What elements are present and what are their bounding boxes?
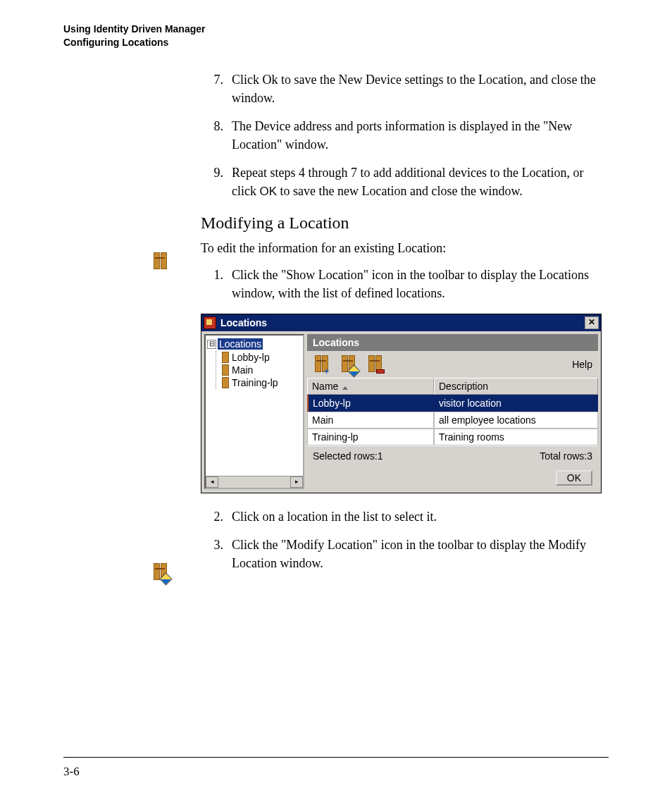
cell-desc: visitor location: [434, 395, 598, 412]
step-text: Click on a location in the list to selec…: [232, 507, 609, 526]
locations-window: Locations ✕ ⊟ Locations Lobby-lp Main Tr…: [201, 314, 602, 493]
section-intro: To edit the information for an existing …: [201, 241, 609, 256]
footer-rule: [63, 757, 609, 758]
step-number: 2.: [201, 507, 232, 526]
status-bar: Selected rows:1 Total rows:3: [307, 445, 598, 466]
col-description[interactable]: Description: [434, 378, 598, 395]
step-7: 7. Click Ok to save the New Device setti…: [201, 70, 609, 107]
step-3: 3. Click the "Modify Location" icon in t…: [201, 536, 609, 572]
add-location-icon[interactable]: +: [313, 355, 330, 374]
running-header: Using Identity Driven Manager Configurin…: [63, 23, 609, 49]
tree-root-label[interactable]: Locations: [218, 338, 263, 350]
step-text: Click Ok to save the New Device settings…: [232, 70, 609, 107]
tree-scrollbar[interactable]: ◂ ▸: [206, 476, 303, 488]
tree-item-label: Lobby-lp: [232, 352, 270, 363]
step-2: 2. Click on a location in the list to se…: [201, 507, 609, 526]
window-icon: [204, 316, 216, 329]
cell-name: Main: [307, 412, 434, 429]
cell-desc: all employee locations: [434, 412, 598, 429]
tree-item[interactable]: Lobby-lp: [222, 351, 301, 364]
step-text: Click the "Modify Location" icon in the …: [232, 536, 609, 572]
location-icon: [222, 377, 229, 388]
tree-root[interactable]: ⊟ Locations: [207, 338, 301, 350]
show-location-icon: [151, 252, 168, 271]
step-text: Click the "Show Location" icon in the to…: [232, 266, 609, 302]
cell-desc: Training rooms: [434, 429, 598, 445]
step-number: 1.: [201, 266, 232, 302]
titlebar[interactable]: Locations ✕: [201, 314, 601, 331]
scroll-right-icon[interactable]: ▸: [290, 476, 303, 488]
window-title: Locations: [220, 317, 585, 328]
step-text-ok: OK: [259, 185, 277, 198]
close-button[interactable]: ✕: [585, 316, 599, 329]
cell-name: Training-lp: [307, 429, 434, 445]
running-header-l2: Configuring Locations: [63, 36, 609, 49]
table-row[interactable]: Training-lp Training rooms: [307, 429, 598, 445]
step-number: 7.: [201, 70, 232, 107]
delete-location-icon[interactable]: [366, 355, 383, 374]
running-header-l1: Using Identity Driven Manager: [63, 23, 609, 36]
col-name[interactable]: Name: [307, 378, 434, 395]
tree-item[interactable]: Training-lp: [222, 376, 301, 389]
page-number: 3-6: [63, 765, 80, 779]
locations-table: Name Description Lobby-lp visitor locati…: [307, 378, 598, 445]
cell-name: Lobby-lp: [307, 395, 434, 412]
step-number: 8.: [201, 117, 232, 154]
section-heading: Modifying a Location: [201, 214, 609, 233]
table-row[interactable]: Main all employee locations: [307, 412, 598, 429]
step-1: 1. Click the "Show Location" icon in the…: [201, 266, 609, 302]
panel-header: Locations: [307, 334, 598, 351]
scroll-left-icon[interactable]: ◂: [206, 476, 218, 488]
tree-item[interactable]: Main: [222, 364, 301, 376]
status-total: Total rows:3: [540, 450, 592, 462]
step-text: The Device address and ports information…: [232, 117, 609, 154]
help-link[interactable]: Help: [572, 359, 592, 370]
tree-collapse-icon[interactable]: ⊟: [207, 340, 216, 349]
step-number: 3.: [201, 536, 232, 572]
tree-item-label: Main: [232, 364, 253, 376]
step-8: 8. The Device address and ports informat…: [201, 117, 609, 154]
ok-button[interactable]: OK: [556, 470, 592, 486]
step-text-post: to save the new Location and close the w…: [277, 184, 523, 198]
modify-location-icon: [151, 563, 168, 581]
status-selected: Selected rows:1: [313, 450, 383, 462]
toolbar: + Help: [307, 351, 598, 378]
location-icon: [222, 364, 229, 376]
location-icon: [222, 352, 229, 363]
step-text: Repeat steps 4 through 7 to add addition…: [232, 164, 609, 201]
table-row[interactable]: Lobby-lp visitor location: [307, 395, 598, 412]
step-9: 9. Repeat steps 4 through 7 to add addit…: [201, 164, 609, 201]
step-number: 9.: [201, 164, 232, 201]
modify-location-icon[interactable]: [340, 355, 356, 374]
tree-item-label: Training-lp: [232, 377, 278, 388]
tree-panel[interactable]: ⊟ Locations Lobby-lp Main Training-lp ◂ …: [204, 334, 304, 489]
